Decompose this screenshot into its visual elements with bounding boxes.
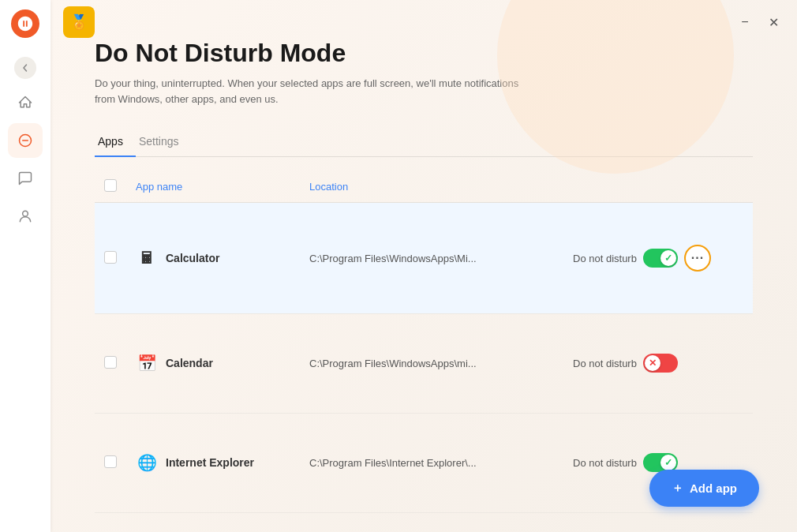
table-row: 🖩 Calculator C:\Program Files\WindowsApp… [95, 203, 753, 313]
more-button-calculator[interactable]: ··· [684, 245, 711, 272]
toggle-x-calendar: ✕ [649, 358, 657, 369]
minimize-button[interactable]: − [734, 11, 756, 33]
app-logo [11, 9, 39, 38]
row-checkbox-internet-explorer[interactable] [104, 455, 117, 468]
row-checkbox-calendar[interactable] [104, 356, 117, 369]
col-header-location: Location [300, 173, 563, 203]
close-button[interactable]: ✕ [762, 11, 784, 33]
app-location-internet-explorer: C:\Program Files\Internet Explorer\... [309, 457, 477, 469]
sidebar [0, 0, 51, 532]
col-header-app-name: App name [126, 173, 300, 203]
titlebar: 🏅 − ✕ [51, 0, 797, 44]
app-name-calculator: Calculator [166, 252, 219, 264]
toggle-check-internet-explorer: ✓ [664, 457, 672, 468]
tab-settings[interactable]: Settings [136, 129, 192, 157]
app-icon-calendar: 📅 [136, 352, 158, 374]
content-area: Do Not Disturb Mode Do your thing, unint… [51, 0, 797, 532]
toggle-calendar[interactable]: ✕ [643, 354, 678, 373]
col-header-action [563, 173, 753, 203]
toggle-check-calculator: ✓ [664, 253, 672, 264]
sidebar-item-home[interactable] [8, 85, 43, 120]
dnd-label-calendar: Do not disturb [573, 358, 637, 369]
apps-table: App name Location 🖩 Calculator C:\Progra… [95, 173, 753, 513]
add-app-label: Add app [690, 481, 737, 495]
sidebar-item-messages[interactable] [8, 161, 43, 196]
toggle-calculator[interactable]: ✓ [643, 249, 678, 268]
dnd-label-calculator: Do not disturb [573, 253, 637, 264]
row-checkbox-calculator[interactable] [104, 251, 117, 264]
add-icon: ＋ [672, 481, 683, 496]
sidebar-nav [0, 85, 51, 234]
tab-apps[interactable]: Apps [95, 129, 136, 157]
collapse-button[interactable] [14, 57, 36, 79]
table-row: 📅 Calendar C:\Program Files\WindowsApps\… [95, 313, 753, 413]
tabs-bar: Apps Settings [95, 129, 753, 157]
sidebar-item-profile[interactable] [8, 199, 43, 234]
svg-point-1 [23, 211, 28, 216]
app-location-calendar: C:\Program Files\WindowsApps\mi... [309, 358, 477, 369]
app-icon-internet-explorer: 🌐 [136, 451, 158, 474]
app-location-calculator: C:\Program Files\WindowsApps\Mi... [309, 253, 477, 264]
main-area: 🏅 − ✕ Do Not Disturb Mode Do your thing,… [51, 0, 797, 532]
app-name-calendar: Calendar [166, 357, 213, 369]
app-icon-calculator: 🖩 [136, 247, 158, 269]
sidebar-item-dnd[interactable] [8, 123, 43, 158]
page-description: Do your thing, uninterrupted. When your … [95, 76, 537, 107]
select-all-checkbox[interactable] [104, 179, 117, 192]
award-icon: 🏅 [63, 6, 95, 38]
app-name-internet-explorer: Internet Explorer [166, 456, 254, 469]
dnd-label-internet-explorer: Do not disturb [573, 457, 637, 469]
add-app-button[interactable]: ＋ Add app [649, 470, 759, 507]
